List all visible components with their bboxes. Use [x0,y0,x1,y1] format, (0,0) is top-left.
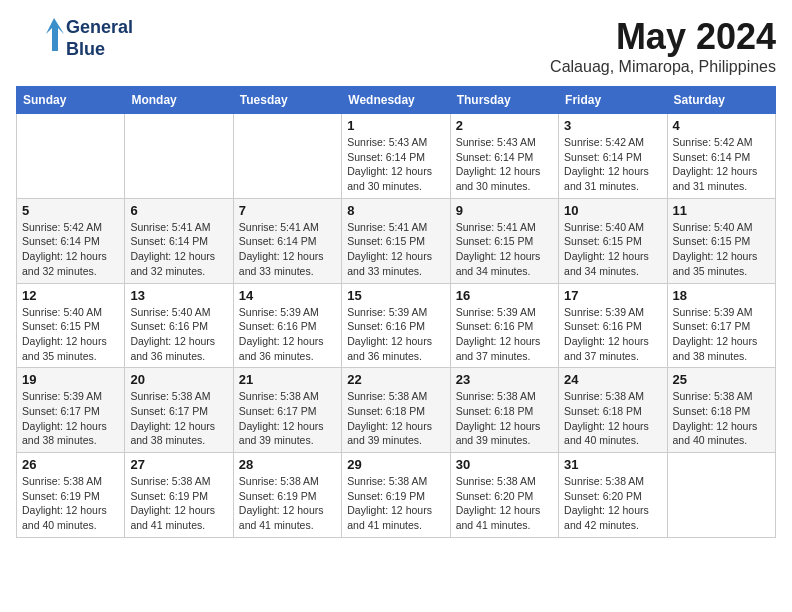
calendar-cell: 10Sunrise: 5:40 AM Sunset: 6:15 PM Dayli… [559,198,667,283]
day-info: Sunrise: 5:40 AM Sunset: 6:15 PM Dayligh… [22,305,119,364]
day-number: 28 [239,457,336,472]
calendar-cell: 18Sunrise: 5:39 AM Sunset: 6:17 PM Dayli… [667,283,775,368]
day-info: Sunrise: 5:38 AM Sunset: 6:17 PM Dayligh… [130,389,227,448]
day-number: 6 [130,203,227,218]
calendar-cell: 27Sunrise: 5:38 AM Sunset: 6:19 PM Dayli… [125,453,233,538]
day-info: Sunrise: 5:39 AM Sunset: 6:16 PM Dayligh… [347,305,444,364]
day-number: 11 [673,203,770,218]
day-info: Sunrise: 5:39 AM Sunset: 6:17 PM Dayligh… [673,305,770,364]
day-info: Sunrise: 5:38 AM Sunset: 6:18 PM Dayligh… [673,389,770,448]
day-number: 5 [22,203,119,218]
day-info: Sunrise: 5:40 AM Sunset: 6:16 PM Dayligh… [130,305,227,364]
calendar-cell: 2Sunrise: 5:43 AM Sunset: 6:14 PM Daylig… [450,114,558,199]
day-number: 19 [22,372,119,387]
day-number: 26 [22,457,119,472]
day-number: 12 [22,288,119,303]
day-info: Sunrise: 5:38 AM Sunset: 6:19 PM Dayligh… [239,474,336,533]
calendar-cell: 1Sunrise: 5:43 AM Sunset: 6:14 PM Daylig… [342,114,450,199]
calendar-week-row: 26Sunrise: 5:38 AM Sunset: 6:19 PM Dayli… [17,453,776,538]
day-info: Sunrise: 5:43 AM Sunset: 6:14 PM Dayligh… [347,135,444,194]
day-number: 8 [347,203,444,218]
day-info: Sunrise: 5:38 AM Sunset: 6:18 PM Dayligh… [347,389,444,448]
calendar-cell: 21Sunrise: 5:38 AM Sunset: 6:17 PM Dayli… [233,368,341,453]
day-info: Sunrise: 5:38 AM Sunset: 6:17 PM Dayligh… [239,389,336,448]
calendar-cell: 19Sunrise: 5:39 AM Sunset: 6:17 PM Dayli… [17,368,125,453]
calendar-cell: 20Sunrise: 5:38 AM Sunset: 6:17 PM Dayli… [125,368,233,453]
day-number: 10 [564,203,661,218]
calendar-cell: 3Sunrise: 5:42 AM Sunset: 6:14 PM Daylig… [559,114,667,199]
day-info: Sunrise: 5:42 AM Sunset: 6:14 PM Dayligh… [564,135,661,194]
day-number: 20 [130,372,227,387]
day-info: Sunrise: 5:40 AM Sunset: 6:15 PM Dayligh… [564,220,661,279]
day-number: 24 [564,372,661,387]
calendar-cell: 6Sunrise: 5:41 AM Sunset: 6:14 PM Daylig… [125,198,233,283]
calendar-cell: 17Sunrise: 5:39 AM Sunset: 6:16 PM Dayli… [559,283,667,368]
svg-marker-0 [46,18,64,51]
day-number: 15 [347,288,444,303]
calendar-week-row: 1Sunrise: 5:43 AM Sunset: 6:14 PM Daylig… [17,114,776,199]
day-info: Sunrise: 5:41 AM Sunset: 6:15 PM Dayligh… [347,220,444,279]
calendar-cell: 11Sunrise: 5:40 AM Sunset: 6:15 PM Dayli… [667,198,775,283]
day-info: Sunrise: 5:38 AM Sunset: 6:19 PM Dayligh… [347,474,444,533]
calendar-cell: 14Sunrise: 5:39 AM Sunset: 6:16 PM Dayli… [233,283,341,368]
calendar-cell [125,114,233,199]
day-number: 18 [673,288,770,303]
calendar-cell: 4Sunrise: 5:42 AM Sunset: 6:14 PM Daylig… [667,114,775,199]
weekday-header: Friday [559,87,667,114]
day-info: Sunrise: 5:39 AM Sunset: 6:16 PM Dayligh… [239,305,336,364]
day-info: Sunrise: 5:41 AM Sunset: 6:14 PM Dayligh… [130,220,227,279]
calendar-cell: 22Sunrise: 5:38 AM Sunset: 6:18 PM Dayli… [342,368,450,453]
day-info: Sunrise: 5:38 AM Sunset: 6:18 PM Dayligh… [564,389,661,448]
calendar-cell: 28Sunrise: 5:38 AM Sunset: 6:19 PM Dayli… [233,453,341,538]
day-number: 7 [239,203,336,218]
calendar-cell: 13Sunrise: 5:40 AM Sunset: 6:16 PM Dayli… [125,283,233,368]
calendar-cell: 5Sunrise: 5:42 AM Sunset: 6:14 PM Daylig… [17,198,125,283]
day-number: 23 [456,372,553,387]
calendar-table: SundayMondayTuesdayWednesdayThursdayFrid… [16,86,776,538]
calendar-week-row: 5Sunrise: 5:42 AM Sunset: 6:14 PM Daylig… [17,198,776,283]
day-number: 4 [673,118,770,133]
weekday-header: Wednesday [342,87,450,114]
day-number: 9 [456,203,553,218]
location-title: Calauag, Mimaropa, Philippines [550,58,776,76]
calendar-cell [17,114,125,199]
day-info: Sunrise: 5:42 AM Sunset: 6:14 PM Dayligh… [673,135,770,194]
day-number: 1 [347,118,444,133]
day-info: Sunrise: 5:40 AM Sunset: 6:15 PM Dayligh… [673,220,770,279]
day-number: 27 [130,457,227,472]
day-number: 16 [456,288,553,303]
calendar-cell: 26Sunrise: 5:38 AM Sunset: 6:19 PM Dayli… [17,453,125,538]
day-info: Sunrise: 5:38 AM Sunset: 6:19 PM Dayligh… [130,474,227,533]
calendar-cell [667,453,775,538]
weekday-header: Saturday [667,87,775,114]
calendar-header-row: SundayMondayTuesdayWednesdayThursdayFrid… [17,87,776,114]
day-info: Sunrise: 5:43 AM Sunset: 6:14 PM Dayligh… [456,135,553,194]
day-number: 31 [564,457,661,472]
day-number: 14 [239,288,336,303]
calendar-cell: 31Sunrise: 5:38 AM Sunset: 6:20 PM Dayli… [559,453,667,538]
calendar-cell: 8Sunrise: 5:41 AM Sunset: 6:15 PM Daylig… [342,198,450,283]
day-info: Sunrise: 5:41 AM Sunset: 6:15 PM Dayligh… [456,220,553,279]
day-number: 25 [673,372,770,387]
logo-text-general: General [66,17,133,39]
day-info: Sunrise: 5:39 AM Sunset: 6:16 PM Dayligh… [456,305,553,364]
calendar-cell: 12Sunrise: 5:40 AM Sunset: 6:15 PM Dayli… [17,283,125,368]
calendar-week-row: 19Sunrise: 5:39 AM Sunset: 6:17 PM Dayli… [17,368,776,453]
calendar-cell: 16Sunrise: 5:39 AM Sunset: 6:16 PM Dayli… [450,283,558,368]
calendar-cell: 25Sunrise: 5:38 AM Sunset: 6:18 PM Dayli… [667,368,775,453]
day-number: 22 [347,372,444,387]
logo-text-block: GeneralBlue [66,17,133,60]
day-info: Sunrise: 5:39 AM Sunset: 6:17 PM Dayligh… [22,389,119,448]
day-number: 17 [564,288,661,303]
weekday-header: Tuesday [233,87,341,114]
calendar-cell: 23Sunrise: 5:38 AM Sunset: 6:18 PM Dayli… [450,368,558,453]
day-info: Sunrise: 5:39 AM Sunset: 6:16 PM Dayligh… [564,305,661,364]
logo-text-blue: Blue [66,39,133,61]
calendar-cell [233,114,341,199]
logo: GeneralBlue [16,16,133,61]
title-block: May 2024 Calauag, Mimaropa, Philippines [550,16,776,76]
day-number: 3 [564,118,661,133]
day-number: 29 [347,457,444,472]
calendar-cell: 24Sunrise: 5:38 AM Sunset: 6:18 PM Dayli… [559,368,667,453]
day-info: Sunrise: 5:38 AM Sunset: 6:20 PM Dayligh… [456,474,553,533]
